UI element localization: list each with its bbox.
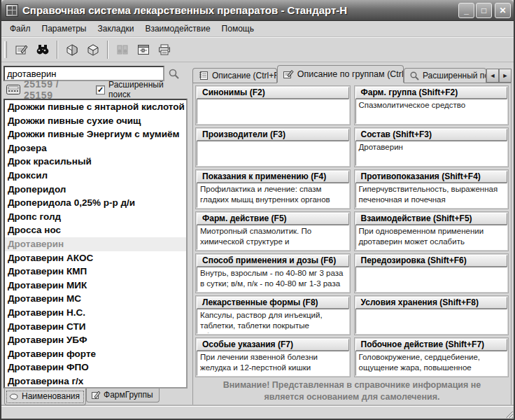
extended-search-checkbox[interactable]: ✓ [96,85,105,94]
list-item[interactable]: Дротаверин форте [5,347,186,361]
section-caption[interactable]: Передозировка (Shift+F6) [355,255,508,267]
menu-file[interactable]: Файл [4,22,36,36]
section-groupbox: Передозировка (Shift+F6) [354,253,509,293]
app-window: Справочная система лекарственных препара… [0,0,515,420]
section-content[interactable]: Спазмолитическое средство [355,99,508,124]
list-item[interactable]: Дрок красильный [5,155,186,169]
close-button[interactable]: ✕ [495,3,511,18]
list-item[interactable]: Дрожжи пивные с янтарной кислотой [5,100,186,114]
tab-scroll-left[interactable]: ◄ [486,69,499,83]
section-groupbox: Противопоказания (Shift+F4)Гиперчувствит… [354,169,509,209]
section-caption[interactable]: Способ применения и дозы (F6) [197,255,349,267]
list-item[interactable]: Дрожжи пивные сухие очищ [5,114,186,128]
list-item[interactable]: Дрожжи пивные Энергиум с мумиём [5,127,186,141]
list-item[interactable]: Дрозера [5,141,186,155]
right-panel: Описание (Ctrl+F3) Описание по группам (… [192,62,514,406]
list-item[interactable]: Дроперидол [5,183,186,197]
section-content[interactable]: Головокружение, сердцебиение, ощущение ж… [355,351,508,376]
notebook-icon [198,71,209,80]
toolbar-separator [57,41,58,59]
section-groupbox: Состав (Shift+F3)Дротаверин [354,127,509,167]
edit-card-icon[interactable] [11,40,32,59]
section-content[interactable] [355,267,508,292]
section-caption[interactable]: Фарм. действие (F5) [197,213,349,225]
tab-extended-search[interactable]: Расширенный поиск [404,68,486,83]
nosology-cube-icon[interactable] [83,40,104,59]
search-binoculars-icon[interactable] [32,40,53,59]
tab-names[interactable]: Наименования [4,388,86,405]
section-caption[interactable]: Противопоказания (Shift+F4) [355,171,508,183]
panel-splitter[interactable] [188,62,192,406]
section-caption[interactable]: Фарм. группа (Shift+F2) [355,87,508,99]
list-item[interactable]: Дротаверина г/х [5,374,186,388]
left-tab-bar: Наименования ФармГруппы [3,388,188,406]
section-content[interactable]: Миотропный спазмолитик. По химической ст… [197,225,349,250]
group-cube-icon[interactable] [62,40,83,59]
list-item[interactable]: Дроксил [5,169,186,183]
section-groupbox: Лекарственные формы (F8)Капсулы, раствор… [195,295,351,335]
status-bar [1,406,514,419]
section-content[interactable] [355,309,508,334]
menu-parameters[interactable]: Параметры [36,22,92,36]
maximize-button[interactable]: □ [476,3,492,18]
list-item[interactable]: Дропс голд [5,210,186,224]
list-item[interactable]: Дроперидола 0,25% р-р д/и [5,196,186,210]
section-content[interactable]: Гиперчувствительность, выраженная печено… [355,183,508,208]
settings-window-icon[interactable] [133,40,154,59]
menu-interactions[interactable]: Взаимодействие [139,22,216,36]
document-pen-icon [283,69,294,79]
section-content[interactable] [197,99,349,124]
tab-scroll-right[interactable]: ► [499,69,512,83]
drug-list: Дрожжи пивные с янтарной кислотойДрожжи … [3,99,188,388]
section-groupbox: Синонимы (F2) [195,85,351,125]
list-item[interactable]: Дротаверин МС [5,292,186,306]
list-item[interactable]: Дротаверин [5,237,186,251]
tab-pharm-groups[interactable]: ФармГруппы [86,388,160,402]
section-content[interactable]: Профилактика и лечение: спазм гладких мы… [197,183,349,208]
pointer-icon [9,393,19,400]
clipboard-pen-icon [91,391,101,400]
saved-search-icon[interactable] [112,40,133,59]
titlebar: Справочная система лекарственных препара… [1,0,514,21]
tab-description-by-groups[interactable]: Описание по группам (Ctrl+F4) [277,65,404,83]
section-caption[interactable]: Синонимы (F2) [197,87,349,99]
section-content[interactable]: Внутрь, взрослым - по 40-80 мг 3 раза в … [197,267,349,292]
section-caption[interactable]: Производители (F3) [197,129,349,141]
section-content[interactable]: Дротаверин [355,141,508,166]
section-caption[interactable]: Лекарственные формы (F8) [197,297,349,309]
list-item[interactable]: Дротаверин УБФ [5,333,186,347]
menu-bookmarks[interactable]: Закладки [92,22,139,36]
list-item[interactable]: Дротаверин Н.С. [5,306,186,320]
section-content[interactable]: При одновременном применении дротаверин … [355,225,508,250]
list-item[interactable]: Дротаверин МИК [5,279,186,293]
search-icon[interactable] [164,66,183,81]
section-caption[interactable]: Побочное действие (Shift+F7) [355,339,508,351]
main-area: 25159 / 25159 ✓ Расширенный поиск Дрожжи… [1,62,514,406]
section-caption[interactable]: Состав (Shift+F3) [355,129,508,141]
right-tab-bar: Описание (Ctrl+F3) Описание по группам (… [192,65,512,83]
list-item[interactable]: Дротаверин СТИ [5,320,186,334]
section-caption[interactable]: Показания к применению (F4) [197,171,349,183]
left-panel: 25159 / 25159 ✓ Расширенный поиск Дрожжи… [1,62,188,406]
list-item[interactable]: Дросса нос [5,223,186,237]
list-item[interactable]: Дротаверин ФПО [5,360,186,374]
print-icon[interactable] [154,40,175,59]
menu-help[interactable]: Помощь [216,22,260,36]
section-content[interactable]: При лечении язвенной болезни желудка и 1… [197,351,349,376]
list-item[interactable]: Дротаверин АКОС [5,251,186,265]
list-item[interactable]: Дротаверин КМП [5,265,186,279]
minimize-button[interactable]: _ [458,3,474,18]
toolbar [1,37,514,62]
section-content[interactable] [197,141,349,166]
toolbar-grip[interactable] [4,41,7,58]
menu-bar: Файл Параметры Закладки Взаимодействие П… [1,21,514,37]
resize-grip[interactable] [504,409,514,419]
section-caption[interactable]: Особые указания (F7) [197,339,349,351]
window-title: Справочная система лекарственных препара… [22,4,458,16]
section-groupbox: Фарм. действие (F5)Миотропный спазмолити… [195,211,351,251]
section-caption[interactable]: Условия хранения (Shift+F8) [355,297,508,309]
section-content[interactable]: Капсулы, раствор для инъекций, таблетки,… [197,309,349,334]
section-caption[interactable]: Взаимодействие (Shift+F5) [355,213,508,225]
tab-description[interactable]: Описание (Ctrl+F3) [192,68,277,83]
magnifier-icon [409,71,419,80]
